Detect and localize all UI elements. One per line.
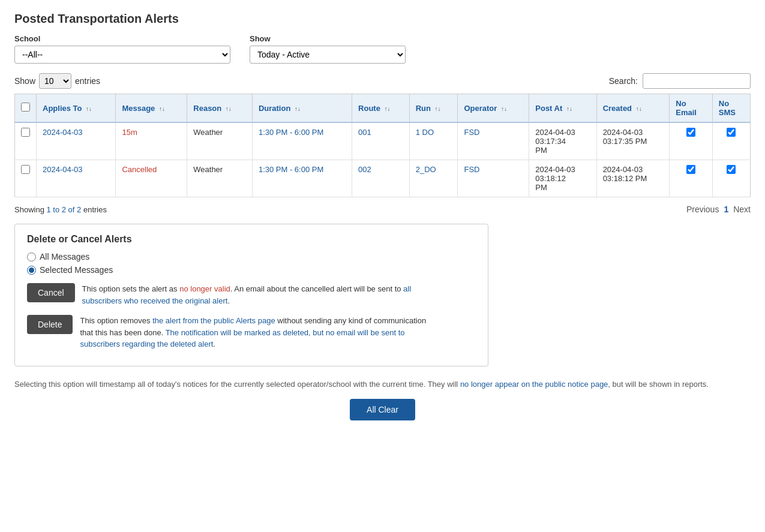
table-header-row: Applies To ↑↓ Message ↑↓ Reason ↑↓ Durat…	[15, 94, 751, 123]
entries-search-row: Show 10 25 50 100 entries Search:	[14, 73, 751, 89]
school-select[interactable]: --All--	[14, 46, 230, 64]
row2-no-sms	[712, 160, 750, 197]
pagination-info: Showing 1 to 2 of 2 entries	[14, 205, 107, 214]
row2-route: 002	[352, 160, 410, 197]
th-duration[interactable]: Duration ↑↓	[252, 94, 352, 123]
delete-action-row: Delete This option removes the alert fro…	[27, 315, 476, 350]
row2-run: 2_DO	[409, 160, 458, 197]
th-no-email[interactable]: NoEmail	[670, 94, 713, 123]
th-run[interactable]: Run ↑↓	[409, 94, 458, 123]
sort-post-at-icon: ↑↓	[566, 106, 572, 112]
all-clear-notice-highlight: no longer appear on the public notice pa…	[460, 380, 608, 389]
sort-duration-icon: ↑↓	[295, 106, 301, 112]
row2-duration: 1:30 PM - 6:00 PM	[252, 160, 352, 197]
show-select[interactable]: Today - Active Today - All All Active Al…	[250, 46, 406, 64]
show-filter-group: Show Today - Active Today - All All Acti…	[250, 34, 406, 64]
sort-route-icon: ↑↓	[385, 106, 391, 112]
sort-reason-icon: ↑↓	[226, 106, 232, 112]
row2-no-email	[670, 160, 713, 197]
th-checkbox	[15, 94, 37, 123]
entries-select[interactable]: 10 25 50 100	[39, 73, 71, 89]
row1-no-email	[670, 122, 713, 160]
row2-no-email-checkbox[interactable]	[686, 165, 695, 174]
row1-route: 001	[352, 122, 410, 160]
cancel-description: This option sets the alert as no longer …	[82, 283, 430, 306]
th-reason[interactable]: Reason ↑↓	[187, 94, 253, 123]
table-row: 2024-04-03 Cancelled Weather 1:30 PM - 6…	[15, 160, 751, 197]
all-clear-section: Selecting this option will timestamp all…	[14, 378, 751, 421]
search-right: Search:	[609, 73, 751, 89]
school-filter-group: School --All--	[14, 34, 230, 64]
row2-created: 2024-04-0303:18:12 PM	[596, 160, 670, 197]
th-operator[interactable]: Operator ↑↓	[458, 94, 529, 123]
all-clear-button[interactable]: All Clear	[350, 399, 415, 420]
row1-checkbox[interactable]	[21, 128, 30, 137]
pagination-controls: Previous 1 Next	[686, 205, 751, 214]
th-post-at[interactable]: Post At ↑↓	[529, 94, 596, 123]
entries-left: Show 10 25 50 100 entries	[14, 73, 100, 89]
row1-no-sms-checkbox[interactable]	[727, 128, 736, 137]
all-clear-notice: Selecting this option will timestamp all…	[14, 378, 751, 391]
next-button[interactable]: Next	[733, 205, 751, 214]
show-label: Show	[250, 34, 406, 43]
delete-desc-highlight2: The notification will be marked as delet…	[80, 328, 404, 349]
radio-group: All Messages Selected Messages	[27, 252, 476, 275]
row2-post-at: 2024-04-0303:18:12PM	[529, 160, 596, 197]
delete-button[interactable]: Delete	[27, 315, 73, 334]
delete-cancel-box: Delete or Cancel Alerts All Messages Sel…	[14, 224, 488, 366]
school-label: School	[14, 34, 230, 43]
row1-applies-to: 2024-04-03	[37, 122, 116, 160]
cancel-desc-highlight2: all subscribers who received the origina…	[82, 284, 412, 305]
radio-selected-messages-label[interactable]: Selected Messages	[27, 265, 476, 275]
th-route[interactable]: Route ↑↓	[352, 94, 410, 123]
sort-run-icon: ↑↓	[435, 106, 441, 112]
table-row: 2024-04-03 15m Weather 1:30 PM - 6:00 PM…	[15, 122, 751, 160]
radio-all-messages-text: All Messages	[40, 252, 89, 262]
row2-no-sms-checkbox[interactable]	[727, 165, 736, 174]
search-input[interactable]	[643, 73, 751, 89]
row2-message: Cancelled	[116, 160, 187, 197]
row1-message: 15m	[116, 122, 187, 160]
page-number[interactable]: 1	[724, 205, 728, 214]
delete-cancel-title: Delete or Cancel Alerts	[27, 234, 476, 245]
cancel-action-row: Cancel This option sets the alert as no …	[27, 283, 476, 306]
th-no-sms[interactable]: NoSMS	[712, 94, 750, 123]
row1-run: 1 DO	[409, 122, 458, 160]
row2-reason: Weather	[187, 160, 253, 197]
delete-description: This option removes the alert from the p…	[80, 315, 428, 350]
pagination-range: 1 to 2 of 2	[46, 205, 81, 214]
radio-selected-messages[interactable]	[27, 266, 36, 275]
sort-operator-icon: ↑↓	[501, 106, 507, 112]
pagination-row: Showing 1 to 2 of 2 entries Previous 1 N…	[14, 202, 751, 224]
show-entries-label: Show	[14, 76, 35, 86]
sort-applies-to-icon: ↑↓	[86, 106, 92, 112]
row1-no-email-checkbox[interactable]	[686, 128, 695, 137]
row1-reason: Weather	[187, 122, 253, 160]
radio-selected-messages-text: Selected Messages	[40, 265, 113, 275]
th-applies-to[interactable]: Applies To ↑↓	[37, 94, 116, 123]
th-message[interactable]: Message ↑↓	[116, 94, 187, 123]
filter-row: School --All-- Show Today - Active Today…	[14, 34, 751, 64]
row2-checkbox[interactable]	[21, 165, 30, 174]
row1-no-sms	[712, 122, 750, 160]
cancel-desc-highlight1: no longer valid	[179, 284, 230, 293]
row2-checkbox-cell	[15, 160, 37, 197]
radio-all-messages[interactable]	[27, 253, 36, 262]
search-label: Search:	[609, 76, 638, 86]
radio-all-messages-label[interactable]: All Messages	[27, 252, 476, 262]
sort-created-icon: ↑↓	[636, 106, 642, 112]
alerts-table: Applies To ↑↓ Message ↑↓ Reason ↑↓ Durat…	[14, 94, 751, 197]
cancel-button[interactable]: Cancel	[27, 283, 75, 302]
row1-duration: 1:30 PM - 6:00 PM	[252, 122, 352, 160]
row1-checkbox-cell	[15, 122, 37, 160]
th-created[interactable]: Created ↑↓	[596, 94, 670, 123]
entries-label: entries	[75, 76, 100, 86]
row1-operator: FSD	[458, 122, 529, 160]
row1-created: 2024-04-0303:17:35 PM	[596, 122, 670, 160]
row1-post-at: 2024-04-0303:17:34PM	[529, 122, 596, 160]
row2-applies-to: 2024-04-03	[37, 160, 116, 197]
previous-button[interactable]: Previous	[686, 205, 719, 214]
select-all-checkbox[interactable]	[21, 103, 30, 112]
page-title: Posted Transportation Alerts	[14, 12, 751, 26]
row2-operator: FSD	[458, 160, 529, 197]
